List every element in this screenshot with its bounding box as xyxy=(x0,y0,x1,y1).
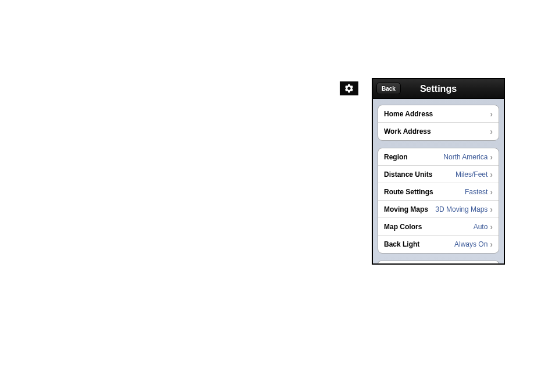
moving-maps-row[interactable]: Moving Maps 3D Moving Maps › xyxy=(378,201,499,218)
phone-inner: Back Settings Home Address › Work Addres… xyxy=(373,79,504,263)
chevron-right-icon: › xyxy=(490,240,493,248)
chevron-right-icon: › xyxy=(490,153,493,161)
row-label: Route Settings xyxy=(384,188,433,196)
gear-icon xyxy=(340,81,358,95)
row-right: North America › xyxy=(443,153,493,161)
row-label: Region xyxy=(384,153,408,161)
row-right: Miles/Feet › xyxy=(456,170,493,179)
row-label: Moving Maps xyxy=(384,205,428,213)
row-label: Back Light xyxy=(384,240,419,248)
back-light-row[interactable]: Back Light Always On › xyxy=(378,236,499,253)
address-group: Home Address › Work Address › xyxy=(378,105,499,141)
row-value: Fastest xyxy=(465,188,488,196)
home-address-row[interactable]: Home Address › xyxy=(378,105,499,123)
row-label: Distance Units xyxy=(384,170,432,179)
content-area[interactable]: Home Address › Work Address › Regio xyxy=(373,99,504,263)
settings-screen: Back Settings Home Address › Work Addres… xyxy=(372,78,505,265)
row-label: Work Address xyxy=(384,127,431,136)
route-settings-row[interactable]: Route Settings Fastest › xyxy=(378,183,499,201)
row-label: Home Address xyxy=(384,110,433,118)
chevron-right-icon: › xyxy=(490,110,493,118)
map-colors-row[interactable]: Map Colors Auto › xyxy=(378,218,499,236)
back-button[interactable]: Back xyxy=(376,83,401,94)
gear-icon-svg xyxy=(344,83,354,94)
row-right: › xyxy=(488,127,493,136)
chevron-right-icon: › xyxy=(490,127,493,136)
row-right: 3D Moving Maps › xyxy=(435,205,493,213)
chevron-right-icon: › xyxy=(490,205,493,213)
row-value: North America xyxy=(443,153,488,161)
row-value: Auto xyxy=(474,223,488,231)
back-button-label: Back xyxy=(382,85,396,92)
row-right: Fastest › xyxy=(465,188,493,196)
chevron-right-icon: › xyxy=(490,170,493,179)
chevron-right-icon: › xyxy=(490,188,493,196)
preferences-group: Region North America › Distance Units Mi… xyxy=(378,148,499,254)
row-right: Auto › xyxy=(474,223,493,231)
distance-units-row[interactable]: Distance Units Miles/Feet › xyxy=(378,166,499,183)
region-row[interactable]: Region North America › xyxy=(378,148,499,166)
row-right: › xyxy=(488,110,493,118)
work-address-row[interactable]: Work Address › xyxy=(378,123,499,140)
row-value: Miles/Feet xyxy=(456,170,488,179)
row-right: Always On › xyxy=(454,240,493,248)
chevron-right-icon: › xyxy=(490,223,493,231)
row-label: Map Colors xyxy=(384,223,422,231)
row-value: 3D Moving Maps xyxy=(435,205,488,213)
nav-bar: Back Settings xyxy=(373,79,504,99)
partial-next-group xyxy=(378,261,499,263)
row-value: Always On xyxy=(454,240,488,248)
